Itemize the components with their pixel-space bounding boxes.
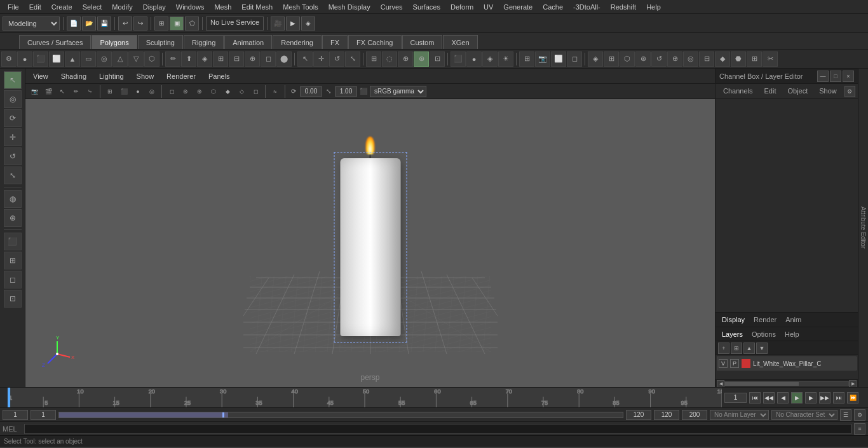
rotate-input[interactable] (300, 86, 322, 97)
menu-help[interactable]: Help (641, 2, 666, 12)
vp-show-menu[interactable]: Show (134, 71, 157, 81)
scale-icon[interactable]: ⤡ (345, 51, 360, 67)
extra1[interactable]: ◈ (588, 51, 603, 67)
cube-icon[interactable]: ⬛ (33, 51, 48, 67)
tab-show[interactable]: Show (814, 86, 842, 97)
vp-panels-menu[interactable]: Panels (206, 71, 233, 81)
vp-select-icon[interactable]: ↖ (56, 85, 69, 98)
menu-create[interactable]: Create (46, 2, 78, 12)
pyramid-icon[interactable]: ▽ (128, 51, 144, 67)
extra2[interactable]: ⊞ (604, 51, 619, 67)
select-by-hierarchy-btn[interactable]: ⊞ (154, 17, 168, 31)
extra3[interactable]: ⬡ (620, 51, 635, 67)
snap-to-grid-icon[interactable]: ⊞ (366, 51, 381, 67)
anim-range-slider[interactable] (58, 412, 623, 418)
extra4[interactable]: ⊛ (635, 51, 651, 67)
current-frame-right[interactable] (724, 393, 747, 403)
vp-aa-icon[interactable]: ◻ (249, 85, 262, 98)
aa-icon[interactable]: ◻ (567, 51, 582, 67)
extrude-icon[interactable]: ⬆ (181, 51, 196, 67)
menu-uv[interactable]: UV (478, 2, 498, 12)
vp-shading-menu[interactable]: Shading (58, 71, 89, 81)
plane-icon[interactable]: ▭ (81, 51, 96, 67)
vp-renderer-menu[interactable]: Renderer (164, 71, 198, 81)
vp-display-icon[interactable]: ◎ (146, 85, 158, 98)
vp-ao-icon[interactable]: ◇ (235, 85, 248, 98)
snap-active-icon[interactable]: ⊛ (414, 51, 429, 67)
menu-cache[interactable]: Cache (538, 2, 568, 12)
vp-film-icon[interactable]: 🎬 (42, 85, 55, 98)
custom-tool-2[interactable]: ⊞ (4, 252, 22, 269)
lasso-btn[interactable]: ⬠ (185, 17, 199, 31)
lt-options-tab[interactable]: Options (748, 329, 780, 339)
vp-isolate-icon[interactable]: ⊕ (193, 85, 206, 98)
soft-select-tool[interactable]: ◍ (4, 190, 22, 208)
char-set-icon[interactable]: ☰ (840, 409, 851, 421)
lasso-select-tool[interactable]: ⟳ (4, 109, 22, 127)
menu-select[interactable]: Select (78, 2, 107, 12)
lt-render-tab[interactable]: Render (750, 315, 780, 325)
rp-maximize-btn[interactable]: □ (830, 71, 841, 82)
rp-close-btn[interactable]: × (843, 71, 854, 82)
layer-move-up-btn[interactable]: ▲ (743, 343, 755, 354)
cone-icon[interactable]: ▲ (65, 51, 80, 67)
menu-curves[interactable]: Curves (376, 2, 408, 12)
step-back-key-btn[interactable]: ◀◀ (763, 392, 775, 404)
show-manipulator-tool[interactable]: ⊕ (4, 209, 22, 227)
vp-paint-icon[interactable]: ✏ (70, 85, 83, 98)
3d-scene[interactable]: X Y Z persp (25, 99, 715, 387)
tab-polygons[interactable]: Polygons (92, 35, 137, 49)
menu-3dtoall[interactable]: -3DtoAll- (568, 2, 606, 12)
paint-select-tool[interactable]: ◎ (4, 90, 22, 108)
scroll-right-btn[interactable]: ▶ (849, 380, 857, 388)
paintbrush-icon[interactable]: ✏ (165, 51, 180, 67)
cam-icon[interactable]: 🎥 (271, 17, 285, 31)
camera-icon[interactable]: 📷 (535, 51, 550, 67)
tab-channels[interactable]: Channels (718, 86, 757, 97)
step-fwd-end-btn[interactable]: ⏭ (833, 392, 844, 404)
lt-anim-tab[interactable]: Anim (782, 315, 805, 325)
select-btn[interactable]: ▣ (170, 17, 184, 31)
vp-motion-blur-icon[interactable]: ≈ (269, 85, 281, 98)
select-tool[interactable]: ↖ (4, 71, 22, 89)
separate-icon[interactable]: ⊟ (229, 51, 244, 67)
scale-input[interactable] (335, 86, 357, 97)
smooth-shade-icon[interactable]: ● (466, 51, 482, 67)
vp-camera-icon[interactable]: 📷 (28, 85, 41, 98)
lighting-icon[interactable]: ☀ (498, 51, 513, 67)
lt-layers-tab[interactable]: Layers (718, 329, 747, 339)
vp-grid-icon[interactable]: ⊞ (104, 85, 116, 98)
rp-settings-icon[interactable]: ⚙ (844, 86, 855, 97)
layer-new-empty-btn[interactable]: ⊞ (731, 343, 742, 354)
undo-btn[interactable]: ↩ (118, 17, 132, 31)
scale-tool[interactable]: ⤡ (4, 166, 22, 184)
menu-windows[interactable]: Windows (171, 2, 210, 12)
move-tool[interactable]: ✛ (4, 128, 22, 146)
menu-edit-mesh[interactable]: Edit Mesh (236, 2, 278, 12)
custom-tool-1[interactable]: ⬛ (4, 233, 22, 250)
playback-end-input[interactable] (626, 410, 651, 420)
vp-filter-icon[interactable]: ⬡ (207, 85, 220, 98)
move-icon[interactable]: ✛ (313, 51, 329, 67)
texture-icon[interactable]: ◈ (482, 51, 498, 67)
tab-animation[interactable]: Animation (224, 35, 272, 49)
step-back-btn[interactable]: ◀ (777, 392, 789, 404)
rotate-tool[interactable]: ↺ (4, 147, 22, 165)
menu-mesh-display[interactable]: Mesh Display (323, 2, 376, 12)
rotate-icon[interactable]: ↺ (329, 51, 344, 67)
lt-display-tab[interactable]: Display (718, 315, 749, 325)
menu-redshift[interactable]: Redshift (606, 2, 641, 12)
select-mode-icon[interactable]: ↖ (297, 51, 313, 67)
extra9[interactable]: ◆ (715, 51, 730, 67)
cylinder-icon[interactable]: ⬜ (49, 51, 64, 67)
snap-view-icon[interactable]: ⊡ (430, 51, 445, 67)
tab-custom[interactable]: Custom (402, 35, 443, 49)
candle-object[interactable] (340, 137, 400, 336)
vp-lighting-menu[interactable]: Lighting (97, 71, 126, 81)
loop-btn[interactable]: ⏩ (847, 392, 858, 404)
anim-max-input[interactable] (682, 410, 707, 420)
tab-object[interactable]: Object (782, 86, 813, 97)
layer-color-swatch[interactable] (742, 359, 750, 368)
vp-smooth-icon[interactable]: ● (132, 85, 144, 98)
timeline-track[interactable]: 1 5 10 15 20 25 30 35 40 45 50 (8, 388, 722, 407)
